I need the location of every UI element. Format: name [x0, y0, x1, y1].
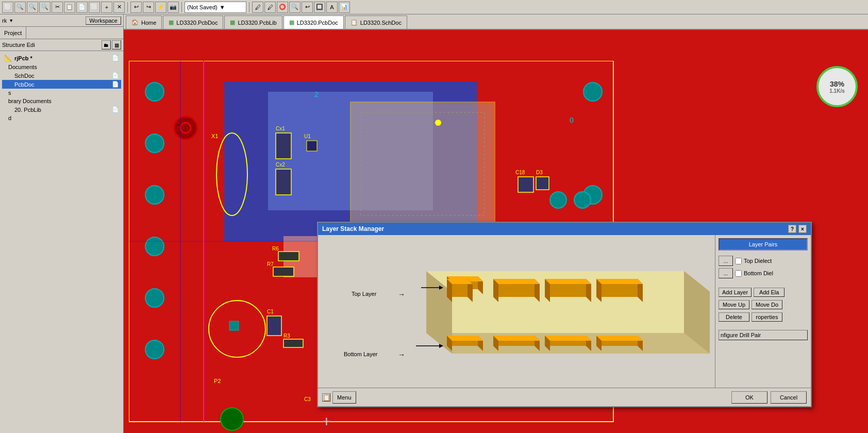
tab-pcbdoc-2[interactable]: ▦ LD3320.PcbDoc: [283, 15, 344, 29]
tree-item-documents[interactable]: Documents: [2, 63, 121, 71]
workspace-label[interactable]: Workspace: [86, 16, 121, 25]
toolbar-btn-19[interactable]: ↩: [302, 2, 313, 13]
tree-item-schdoc[interactable]: SchDoc 📄: [2, 71, 121, 80]
top-dielectric-label: Top Dielect: [744, 258, 772, 264]
tree-item-pcblib[interactable]: 20. PcbLib 📄: [2, 105, 121, 114]
svg-rect-34: [283, 339, 303, 347]
crosshair-icon: ✛: [322, 415, 331, 428]
tree-item-library-docs[interactable]: brary Documents: [2, 97, 121, 105]
dialog-body: Top Layer → Bottom Layer → Layer Pairs .…: [318, 235, 811, 388]
dialog-footer: 📋 Menu OK Cancel: [318, 388, 811, 406]
svg-point-48: [574, 192, 591, 208]
toolbar-btn-5[interactable]: ✂: [52, 2, 63, 13]
redo-btn[interactable]: ↪: [143, 2, 154, 13]
svg-point-6: [145, 186, 164, 204]
pcb-icon: 📐: [4, 54, 12, 62]
tree-item-rjpcb[interactable]: 📐 rjPcb * 📄: [2, 53, 121, 63]
footer-left: 📋 Menu: [322, 391, 356, 404]
properties-btn[interactable]: roperties: [752, 312, 782, 322]
tree-schdoc-icon: 📄: [112, 72, 119, 79]
dialog-close-btn[interactable]: ×: [798, 225, 807, 233]
tree-item-d[interactable]: d: [2, 114, 121, 122]
toolbar-btn-22[interactable]: 📊: [339, 2, 350, 13]
svg-rect-25: [278, 252, 299, 261]
toolbar-btn-20[interactable]: 🔲: [314, 2, 325, 13]
svg-rect-40: [536, 177, 549, 190]
bottom-dielectric-checkbox[interactable]: [735, 270, 742, 277]
svg-marker-80: [596, 279, 643, 284]
tab-home[interactable]: 🏠 Home: [126, 15, 162, 29]
tree-pcblib-icon: 📄: [112, 106, 119, 113]
cancel-btn[interactable]: Cancel: [771, 391, 807, 404]
svg-text:R6: R6: [272, 246, 279, 252]
ok-btn[interactable]: OK: [731, 391, 767, 404]
svg-rect-18: [276, 169, 291, 195]
undo-btn[interactable]: ↩: [130, 2, 142, 13]
svg-point-9: [145, 340, 164, 359]
svg-marker-84: [447, 336, 483, 341]
svg-rect-20: [307, 141, 317, 151]
schdoc-tab-icon: 📋: [350, 19, 358, 26]
add-plane-btn[interactable]: Add Ela: [754, 288, 784, 297]
not-saved-dropdown[interactable]: (Not Saved) ▼: [185, 2, 246, 13]
toolbar-btn-21[interactable]: A: [326, 2, 338, 13]
top-layer-label: Top Layer: [352, 291, 376, 297]
pcb-3d-svg: [323, 240, 710, 379]
panel-content: 📐 rjPcb * 📄 Documents SchDoc 📄 PcbDoc 📄 …: [0, 51, 123, 124]
panel-view-btn2[interactable]: ▦: [112, 40, 121, 49]
toolbar-btn-7[interactable]: 📄: [76, 2, 88, 13]
footer-right: OK Cancel: [731, 391, 807, 404]
svg-rect-38: [518, 177, 533, 192]
toolbar-btn-9[interactable]: +: [101, 2, 112, 13]
tab-pcbdoc-1[interactable]: ▦ LD3320.PcbDoc: [163, 15, 223, 29]
svg-rect-32: [267, 316, 281, 336]
toolbar-btn-6[interactable]: 📋: [64, 2, 75, 13]
svg-text:U1: U1: [304, 134, 311, 139]
structure-edit-label: Structure Edi: [2, 42, 35, 48]
tab-pcblib[interactable]: ▦ LD3320.PcbLib: [224, 15, 282, 29]
toolbar-btn-17[interactable]: ⭕: [277, 2, 288, 13]
toolbar-btn-10[interactable]: ✕: [113, 2, 125, 13]
bottom-dielectric-ellipsis-btn[interactable]: ...: [719, 268, 733, 278]
toolbar-btn-2[interactable]: 🔍: [14, 2, 26, 13]
svg-text:2: 2: [314, 90, 319, 98]
configure-drill-btn[interactable]: nfigure Drill Pair: [719, 330, 808, 340]
toolbar-btn-13[interactable]: ⚡: [155, 2, 166, 13]
bottom-layer-label: Bottom Layer: [344, 351, 377, 357]
tree-item-pcbdoc[interactable]: PcbDoc 📄: [2, 80, 121, 89]
panel-workspace-dropdown[interactable]: rk: [2, 18, 7, 24]
top-dielectric-checkbox[interactable]: [735, 258, 742, 264]
pcbdoc2-tab-icon: ▦: [289, 19, 294, 26]
toolbar-btn-14[interactable]: 📷: [168, 2, 179, 13]
move-up-btn[interactable]: Move Up: [719, 300, 749, 309]
toolbar-sep-1: [127, 2, 128, 12]
project-tab[interactable]: Project: [0, 27, 26, 39]
svg-rect-27: [273, 267, 294, 276]
delete-btn[interactable]: Delete: [719, 312, 749, 322]
tab-schdoc[interactable]: 📋 LD3320.SchDoc: [345, 15, 407, 29]
menu-btn[interactable]: Menu: [332, 391, 356, 404]
toolbar-btn-3[interactable]: 🔍: [27, 2, 38, 13]
svg-text:C3: C3: [304, 396, 311, 402]
toolbar-btn-18[interactable]: 🔍: [289, 2, 301, 13]
panel-view-btn1[interactable]: 🖿: [102, 40, 111, 49]
toolbar-btn-8[interactable]: ⬜: [89, 2, 100, 13]
svg-text:C18: C18: [515, 170, 525, 175]
svg-point-4: [145, 82, 164, 101]
tree-item-s[interactable]: s: [2, 89, 121, 97]
toolbar-btn-15[interactable]: 🖊: [252, 2, 263, 13]
toolbar-btn-1[interactable]: ⬜: [2, 2, 13, 13]
add-layer-btn[interactable]: Add Layer: [719, 288, 752, 297]
left-panel: rk ▼ Workspace Project Structure Edi 🖿 ▦…: [0, 14, 124, 433]
move-down-btn[interactable]: Move Do: [752, 300, 782, 309]
menu-icon-btn[interactable]: 📋: [322, 393, 330, 402]
toolbar-btn-4[interactable]: 🔍: [39, 2, 51, 13]
tree-doc-icon: 📄: [112, 55, 119, 61]
layer-pairs-btn[interactable]: Layer Pairs: [719, 238, 808, 251]
svg-rect-31: [229, 321, 239, 330]
svg-point-8: [145, 289, 164, 307]
dialog-help-btn[interactable]: ?: [788, 225, 796, 233]
toolbar-btn-16[interactable]: 🖊: [264, 2, 276, 13]
tree-pcbdoc-icon: 📄: [112, 81, 119, 88]
top-dielectric-ellipsis-btn[interactable]: ...: [719, 256, 733, 266]
